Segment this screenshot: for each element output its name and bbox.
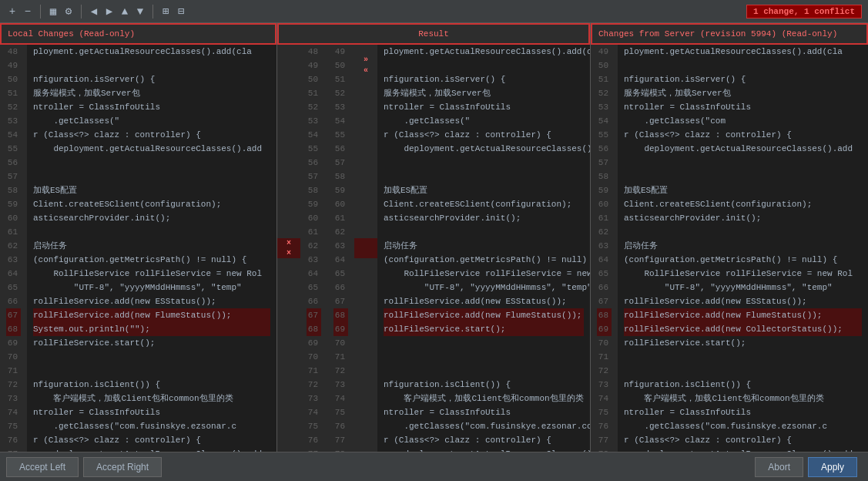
right-panel-content[interactable]: 4950515253545556575859606162636465666768…	[591, 45, 868, 452]
middle-code-area: ployment.getActualResourceClasses().add(…	[377, 45, 590, 452]
add-icon[interactable]: +	[6, 5, 18, 18]
conflict-badge: 1 change, 1 conflict	[746, 5, 862, 18]
accept-right-button[interactable]: Accept Right	[83, 457, 162, 477]
middle-panel: Result ×× 484950515253545556575859606162…	[277, 23, 591, 452]
left-panel-title: Local Changes (Read-only)	[8, 29, 135, 39]
right-panel-header: Changes from Server (revision 5994) (Rea…	[591, 23, 868, 45]
left-panel: Local Changes (Read-only) 48495051525354…	[0, 23, 277, 452]
toolbar-sep-1	[40, 5, 41, 18]
grid-icon[interactable]: ▦	[47, 5, 59, 18]
down-icon[interactable]: ▼	[134, 5, 146, 18]
left-panel-header: Local Changes (Read-only)	[0, 23, 276, 45]
right-code-area: ployment.getActualResourceClasses().add(…	[618, 45, 868, 452]
arrow-left-icon[interactable]: ◀	[88, 5, 100, 18]
left-gutter-icons: ××	[277, 45, 300, 452]
toolbar-sep-2	[81, 5, 82, 18]
right-gutter-icons: »«	[354, 45, 377, 452]
arrow-right-icon[interactable]: ▶	[103, 5, 116, 18]
left-panel-content[interactable]: 4849505152535455565758596061626364656667…	[0, 45, 276, 452]
diff-container: Local Changes (Read-only) 48495051525354…	[0, 23, 868, 452]
middle-panel-header: Result	[277, 23, 590, 45]
columns2-icon[interactable]: ⊟	[175, 5, 187, 18]
abort-button[interactable]: Abort	[755, 457, 803, 477]
left-line-numbers: 4849505152535455565758596061626364656667…	[0, 45, 27, 452]
middle-line-numbers-right: 4950515253545556575859606162636465666768…	[327, 45, 354, 452]
bottom-bar: Accept Left Accept Right Abort Apply	[0, 452, 868, 481]
apply-button[interactable]: Apply	[808, 457, 857, 477]
minus-icon[interactable]: −	[22, 5, 34, 18]
middle-panel-title: Result	[418, 29, 449, 39]
right-panel-title: Changes from Server (revision 5994) (Rea…	[598, 29, 837, 39]
up-icon[interactable]: ▲	[119, 5, 131, 18]
left-code-area: ployment.getActualResourceClasses().add(…	[27, 45, 276, 452]
right-panel: Changes from Server (revision 5994) (Rea…	[591, 23, 868, 452]
toolbar-sep-3	[152, 5, 153, 18]
toolbar: + − ▦ ⚙ ◀ ▶ ▲ ▼ ⊞ ⊟ 1 change, 1 conflict	[0, 0, 868, 23]
middle-line-numbers-left: 4849505152535455565758596061626364656667…	[300, 45, 327, 452]
accept-left-button[interactable]: Accept Left	[6, 457, 79, 477]
columns-icon[interactable]: ⊞	[159, 5, 172, 18]
middle-panel-content[interactable]: ×× 4849505152535455565758596061626364656…	[277, 45, 590, 452]
gear-icon[interactable]: ⚙	[62, 5, 75, 18]
right-line-numbers: 4950515253545556575859606162636465666768…	[591, 45, 618, 452]
